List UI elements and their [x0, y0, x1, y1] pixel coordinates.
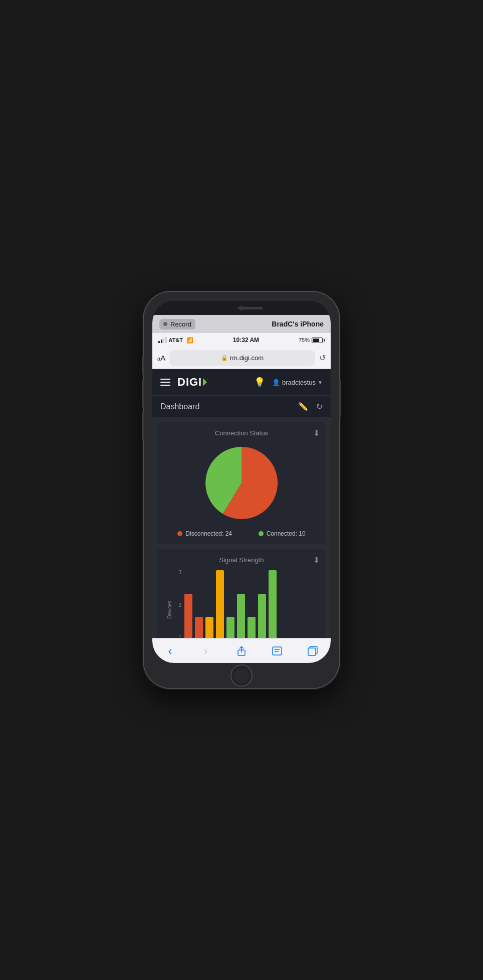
signal-bar-3	[163, 338, 164, 343]
signal-strength-chart: ⬇ Signal Strength Devices 3 2 1	[157, 549, 326, 638]
phone-shell: Record BradC's iPhone AT&T 📶 10:32 AM 75…	[144, 292, 339, 688]
volume-up-button[interactable]	[142, 380, 144, 407]
signal-download-icon[interactable]: ⬇	[313, 555, 320, 565]
record-dot-icon	[163, 322, 167, 326]
phone-screen: Record BradC's iPhone AT&T 📶 10:32 AM 75…	[152, 301, 331, 663]
battery-percent-label: 75%	[299, 337, 310, 343]
digi-logo: DIGI	[177, 376, 207, 389]
charts-area: ⬇ Connection Status	[152, 417, 331, 638]
safari-address-bar: aA 🔒 rm.digi.com ↺	[152, 347, 331, 369]
volume-down-button[interactable]	[142, 412, 144, 440]
app-header: DIGI 💡 👤 bradctestus ▼	[152, 369, 331, 395]
connection-status-pie	[201, 443, 282, 523]
share-button[interactable]	[230, 640, 253, 662]
bar-col-3	[205, 570, 213, 638]
lightbulb-icon[interactable]: 💡	[254, 377, 265, 388]
bar-1	[184, 594, 192, 638]
battery-body	[312, 338, 323, 343]
bar-5	[226, 617, 234, 638]
y-axis-area: Devices	[164, 570, 174, 638]
connection-status-title: Connection Status	[164, 429, 319, 437]
bars-group	[181, 570, 319, 638]
user-info[interactable]: 👤 bradctestus ▼	[272, 379, 323, 386]
hamburger-line-2	[160, 382, 170, 383]
record-label: Record	[170, 320, 191, 328]
share-icon	[236, 645, 247, 657]
bookmarks-icon	[272, 645, 283, 657]
connection-download-icon[interactable]: ⬇	[313, 428, 320, 438]
signal-bar-chart-area: Devices 3 2 1	[164, 570, 319, 638]
legend-connected: Connected: 10	[259, 530, 306, 537]
status-time: 10:32 AM	[233, 337, 259, 344]
svg-rect-1	[273, 647, 282, 655]
bar-col-4	[216, 570, 224, 638]
status-left: AT&T 📶	[158, 337, 193, 344]
svg-rect-5	[308, 648, 316, 656]
reload-button[interactable]: ↺	[319, 353, 326, 363]
hamburger-line-1	[160, 379, 170, 380]
user-icon: 👤	[272, 379, 280, 386]
ios-status-bar: AT&T 📶 10:32 AM 75%	[152, 333, 331, 347]
pie-legend: Disconnected: 24 Connected: 10	[164, 530, 319, 537]
bar-9	[269, 570, 277, 638]
font-size-button[interactable]: aA	[157, 354, 165, 362]
device-name-label: BradC's iPhone	[272, 320, 324, 328]
bookmarks-button[interactable]	[266, 640, 288, 662]
url-bar[interactable]: 🔒 rm.digi.com	[169, 350, 315, 366]
dashboard-title: Dashboard	[160, 402, 199, 411]
legend-disconnected-dot	[177, 531, 182, 536]
legend-disconnected-label: Disconnected: 24	[185, 530, 232, 537]
legend-disconnected: Disconnected: 24	[177, 530, 232, 537]
pie-chart-container	[164, 443, 319, 523]
bar-col-7	[248, 570, 256, 638]
bar-col-5	[226, 570, 234, 638]
earpiece-speaker	[237, 307, 263, 309]
signal-bar-1	[158, 341, 160, 343]
back-button[interactable]: ‹	[159, 640, 181, 662]
battery-tip	[324, 339, 325, 342]
hamburger-line-3	[160, 385, 170, 386]
bar-2	[195, 617, 203, 638]
tabs-icon	[307, 645, 318, 657]
bar-col-2	[195, 570, 203, 638]
legend-connected-label: Connected: 10	[267, 530, 306, 537]
digi-arrow-icon	[203, 378, 207, 386]
carrier-label: AT&T	[169, 337, 183, 343]
digi-logo-text: DIGI	[177, 376, 202, 389]
bar-col-9	[269, 570, 277, 638]
bar-3	[205, 617, 213, 638]
tabs-button[interactable]	[302, 640, 324, 662]
signal-bars-icon	[158, 337, 167, 343]
battery-fill	[313, 339, 320, 342]
header-right: 💡 👤 bradctestus ▼	[254, 377, 323, 388]
url-text: rm.digi.com	[230, 354, 264, 362]
record-button[interactable]: Record	[159, 319, 195, 330]
bar-8	[258, 594, 266, 638]
wifi-icon: 📶	[186, 337, 193, 344]
y-axis-label: Devices	[167, 601, 172, 619]
bar-col-1	[184, 570, 192, 638]
username-label: bradctestus	[282, 379, 316, 386]
signal-bar-4	[165, 337, 167, 343]
edit-dashboard-button[interactable]: ✏️	[298, 402, 308, 411]
power-button[interactable]	[339, 380, 341, 417]
quicktime-record-bar: Record BradC's iPhone	[152, 315, 331, 333]
signal-strength-title: Signal Strength	[164, 556, 319, 564]
bar-6	[237, 594, 245, 638]
phone-top-hardware	[152, 301, 331, 315]
header-left: DIGI	[160, 376, 207, 389]
hamburger-menu-button[interactable]	[160, 379, 170, 386]
home-button[interactable]	[230, 665, 253, 687]
y-ticks: 3 2 1	[174, 570, 181, 638]
refresh-dashboard-button[interactable]: ↻	[316, 402, 323, 411]
signal-bar-2	[161, 340, 162, 343]
dashboard-actions: ✏️ ↻	[298, 402, 323, 411]
legend-connected-dot	[259, 531, 264, 536]
app-content: DIGI 💡 👤 bradctestus ▼ Dashboard	[152, 369, 331, 663]
forward-button[interactable]: ›	[195, 640, 217, 662]
user-dropdown-caret: ▼	[318, 380, 323, 385]
status-right: 75%	[299, 337, 325, 343]
battery-icon	[312, 338, 325, 343]
ios-bottom-bar: ‹ ›	[152, 638, 331, 663]
lock-icon: 🔒	[221, 355, 228, 361]
